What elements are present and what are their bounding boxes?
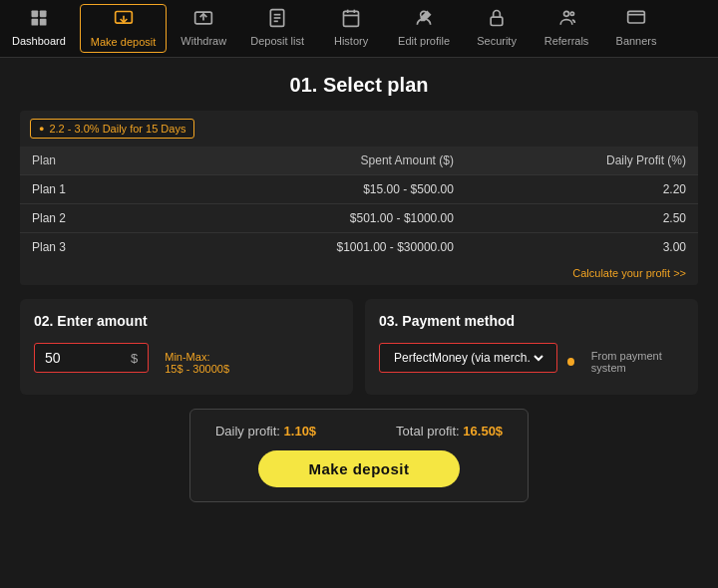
col-spent: Spent Amount ($)	[150, 147, 466, 175]
withdraw-icon	[193, 8, 213, 31]
nav-referrals-label: Referrals	[544, 35, 589, 47]
min-max-value: 15$ - 30000$	[165, 363, 229, 375]
enter-amount-box: 02. Enter amount $ Min-Max: 15$ - 30000$	[20, 299, 353, 395]
nav-referrals[interactable]: Referrals	[532, 0, 601, 57]
dashboard-icon	[29, 8, 49, 31]
referrals-icon	[556, 8, 576, 31]
plan-table-row[interactable]: Plan 3 $1001.00 - $30000.00 3.00	[20, 233, 698, 262]
svg-point-19	[570, 12, 573, 15]
main-content: 01. Select plan 2.2 - 3.0% Daily for 15 …	[0, 58, 718, 518]
plan-table-row[interactable]: Plan 2 $501.00 - $1000.00 2.50	[20, 204, 698, 233]
col-profit: Daily Profit (%)	[466, 147, 698, 175]
nav-deposit-list[interactable]: Deposit list	[238, 0, 316, 57]
payment-select[interactable]: PerfectMoney (via merch.	[390, 350, 546, 366]
payment-method-title: 03. Payment method	[379, 313, 684, 329]
nav-history-label: History	[334, 35, 368, 47]
svg-rect-12	[344, 11, 359, 26]
payment-select-container: PerfectMoney (via merch.	[379, 343, 557, 373]
plan-table-header: Plan Spent Amount ($) Daily Profit (%)	[20, 147, 698, 175]
profit-summary-box: Daily profit: 1.10$ Total profit: 16.50$…	[189, 409, 529, 502]
calculate-profit-link[interactable]: Calculate your profit >>	[20, 261, 698, 285]
svg-rect-2	[31, 19, 38, 26]
amount-input-container: $	[34, 343, 149, 373]
svg-rect-3	[40, 19, 47, 26]
plan-table-row[interactable]: Plan 1 $15.00 - $500.00 2.20	[20, 175, 698, 204]
profit-summary-wrapper: Daily profit: 1.10$ Total profit: 16.50$…	[20, 409, 698, 502]
min-max-label: Min-Max: 15$ - 30000$	[165, 351, 229, 375]
enter-amount-title: 02. Enter amount	[34, 313, 339, 329]
plan-section: 2.2 - 3.0% Daily for 15 Days Plan Spent …	[20, 111, 698, 285]
plan-name: Plan 2	[20, 204, 150, 233]
profit-row: Daily profit: 1.10$ Total profit: 16.50$	[215, 424, 503, 439]
plan-table: Plan Spent Amount ($) Daily Profit (%) P…	[20, 147, 698, 261]
nav-security-label: Security	[477, 35, 517, 47]
navigation: Dashboard Make deposit Withdraw Deposit …	[0, 0, 718, 58]
from-system-label: From payment system	[591, 350, 684, 374]
deposit-list-icon	[267, 8, 287, 31]
plan-profit: 2.20	[466, 175, 698, 204]
make-deposit-icon	[114, 9, 134, 32]
plan-name: Plan 1	[20, 175, 150, 204]
nav-make-deposit[interactable]: Make deposit	[80, 4, 167, 53]
daily-profit-label: Daily profit:	[215, 424, 280, 439]
svg-rect-17	[491, 17, 503, 25]
bottom-row: 02. Enter amount $ Min-Max: 15$ - 30000$	[20, 299, 698, 395]
nav-make-deposit-label: Make deposit	[91, 36, 156, 48]
nav-edit-profile-label: Edit profile	[398, 35, 450, 47]
plan-profit: 2.50	[466, 204, 698, 233]
nav-deposit-list-label: Deposit list	[250, 35, 304, 47]
nav-dashboard[interactable]: Dashboard	[0, 0, 78, 57]
nav-withdraw-label: Withdraw	[180, 35, 226, 47]
svg-rect-0	[31, 11, 38, 18]
svg-rect-1	[40, 11, 47, 18]
currency-label: $	[131, 351, 138, 366]
payment-dot-indicator	[567, 358, 574, 366]
nav-edit-profile[interactable]: Edit profile	[386, 0, 462, 57]
svg-rect-20	[628, 11, 645, 23]
nav-withdraw[interactable]: Withdraw	[169, 0, 238, 57]
banners-icon	[626, 8, 646, 31]
amount-input[interactable]	[45, 350, 125, 366]
plan-name: Plan 3	[20, 233, 150, 262]
total-profit-value: 16.50$	[463, 424, 503, 439]
col-plan: Plan	[20, 147, 150, 175]
payment-method-box: 03. Payment method PerfectMoney (via mer…	[365, 299, 698, 395]
history-icon	[341, 8, 361, 31]
security-icon	[487, 8, 507, 31]
nav-dashboard-label: Dashboard	[12, 35, 66, 47]
total-profit-label: Total profit:	[396, 424, 460, 439]
nav-security[interactable]: Security	[462, 0, 532, 57]
plan-amount: $1001.00 - $30000.00	[150, 233, 466, 262]
nav-banners[interactable]: Banners	[601, 0, 671, 57]
plan-badge: 2.2 - 3.0% Daily for 15 Days	[30, 119, 194, 139]
make-deposit-button[interactable]: Make deposit	[258, 450, 459, 487]
select-plan-title: 01. Select plan	[20, 74, 698, 97]
plan-profit: 3.00	[466, 233, 698, 262]
nav-history[interactable]: History	[316, 0, 386, 57]
plan-amount: $501.00 - $1000.00	[150, 204, 466, 233]
svg-point-18	[564, 11, 569, 16]
plan-amount: $15.00 - $500.00	[150, 175, 466, 204]
nav-banners-label: Banners	[616, 35, 657, 47]
edit-profile-icon	[414, 8, 434, 31]
daily-profit-value: 1.10$	[284, 424, 317, 439]
